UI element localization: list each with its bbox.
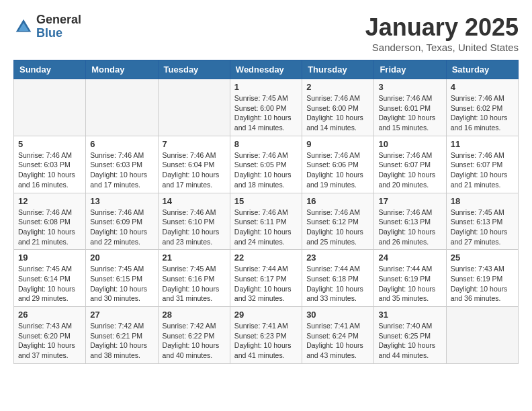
- day-info: Sunrise: 7:42 AM Sunset: 6:21 PM Dayligh…: [90, 321, 153, 361]
- calendar-day-cell: 27Sunrise: 7:42 AM Sunset: 6:21 PM Dayli…: [86, 307, 158, 364]
- day-info: Sunrise: 7:45 AM Sunset: 6:13 PM Dayligh…: [451, 208, 514, 247]
- calendar-week-row: 12Sunrise: 7:46 AM Sunset: 6:08 PM Dayli…: [14, 193, 519, 250]
- day-number: 30: [306, 310, 369, 320]
- day-info: Sunrise: 7:44 AM Sunset: 6:18 PM Dayligh…: [306, 264, 369, 304]
- day-of-week-header: Tuesday: [158, 60, 230, 79]
- day-info: Sunrise: 7:46 AM Sunset: 6:02 PM Dayligh…: [451, 93, 514, 133]
- logo-blue-text: Blue: [36, 26, 62, 40]
- day-number: 10: [378, 139, 441, 149]
- day-number: 18: [451, 196, 514, 206]
- calendar-day-cell: 20Sunrise: 7:45 AM Sunset: 6:15 PM Dayli…: [86, 250, 158, 307]
- calendar-day-cell: 14Sunrise: 7:46 AM Sunset: 6:10 PM Dayli…: [158, 193, 230, 250]
- day-info: Sunrise: 7:41 AM Sunset: 6:23 PM Dayligh…: [234, 321, 298, 361]
- calendar-day-cell: 15Sunrise: 7:46 AM Sunset: 6:11 PM Dayli…: [230, 193, 302, 250]
- calendar-week-row: 1Sunrise: 7:45 AM Sunset: 6:00 PM Daylig…: [14, 79, 519, 136]
- calendar-week-row: 19Sunrise: 7:45 AM Sunset: 6:14 PM Dayli…: [14, 250, 519, 307]
- day-info: Sunrise: 7:46 AM Sunset: 6:07 PM Dayligh…: [378, 150, 441, 190]
- day-info: Sunrise: 7:46 AM Sunset: 6:06 PM Dayligh…: [306, 150, 369, 190]
- day-info: Sunrise: 7:46 AM Sunset: 6:01 PM Dayligh…: [378, 93, 441, 133]
- calendar-table: SundayMondayTuesdayWednesdayThursdayFrid…: [13, 60, 519, 364]
- day-info: Sunrise: 7:43 AM Sunset: 6:19 PM Dayligh…: [451, 264, 514, 304]
- calendar-day-cell: 25Sunrise: 7:43 AM Sunset: 6:19 PM Dayli…: [446, 250, 518, 307]
- calendar-week-row: 5Sunrise: 7:46 AM Sunset: 6:03 PM Daylig…: [14, 136, 519, 193]
- calendar-day-cell: 17Sunrise: 7:46 AM Sunset: 6:13 PM Dayli…: [374, 193, 446, 250]
- title-block: January 2025 Sanderson, Texas, United St…: [365, 13, 519, 53]
- day-number: 6: [90, 139, 153, 149]
- day-number: 19: [18, 253, 81, 263]
- day-number: 12: [18, 196, 81, 206]
- calendar-day-cell: 3Sunrise: 7:46 AM Sunset: 6:01 PM Daylig…: [374, 79, 446, 136]
- calendar-day-cell: 28Sunrise: 7:42 AM Sunset: 6:22 PM Dayli…: [158, 307, 230, 364]
- day-of-week-header: Saturday: [446, 60, 518, 79]
- day-info: Sunrise: 7:45 AM Sunset: 6:15 PM Dayligh…: [90, 264, 153, 304]
- day-info: Sunrise: 7:45 AM Sunset: 6:00 PM Dayligh…: [234, 93, 298, 133]
- day-of-week-header: Monday: [86, 60, 158, 79]
- day-info: Sunrise: 7:46 AM Sunset: 6:10 PM Dayligh…: [163, 208, 226, 247]
- day-info: Sunrise: 7:46 AM Sunset: 6:05 PM Dayligh…: [234, 150, 298, 190]
- page-header: General Blue January 2025 Sanderson, Tex…: [13, 13, 519, 53]
- day-info: Sunrise: 7:46 AM Sunset: 6:09 PM Dayligh…: [90, 208, 153, 247]
- logo-general-text: General: [36, 13, 81, 26]
- day-of-week-header: Friday: [374, 60, 446, 79]
- calendar-day-cell: 13Sunrise: 7:46 AM Sunset: 6:09 PM Dayli…: [86, 193, 158, 250]
- day-info: Sunrise: 7:46 AM Sunset: 6:03 PM Dayligh…: [90, 150, 153, 190]
- calendar-subtitle: Sanderson, Texas, United States: [365, 42, 519, 53]
- day-number: 16: [306, 196, 369, 206]
- day-number: 13: [90, 196, 153, 206]
- day-info: Sunrise: 7:44 AM Sunset: 6:17 PM Dayligh…: [234, 264, 298, 304]
- day-info: Sunrise: 7:45 AM Sunset: 6:16 PM Dayligh…: [163, 264, 226, 304]
- day-number: 27: [90, 310, 153, 320]
- day-of-week-header: Wednesday: [230, 60, 302, 79]
- calendar-day-cell: [446, 307, 518, 364]
- calendar-day-cell: 9Sunrise: 7:46 AM Sunset: 6:06 PM Daylig…: [302, 136, 374, 193]
- calendar-day-cell: [86, 79, 158, 136]
- calendar-day-cell: 19Sunrise: 7:45 AM Sunset: 6:14 PM Dayli…: [14, 250, 86, 307]
- calendar-day-cell: 4Sunrise: 7:46 AM Sunset: 6:02 PM Daylig…: [446, 79, 518, 136]
- calendar-day-cell: 31Sunrise: 7:40 AM Sunset: 6:25 PM Dayli…: [374, 307, 446, 364]
- calendar-day-cell: 21Sunrise: 7:45 AM Sunset: 6:16 PM Dayli…: [158, 250, 230, 307]
- calendar-day-cell: 7Sunrise: 7:46 AM Sunset: 6:04 PM Daylig…: [158, 136, 230, 193]
- day-number: 29: [234, 310, 298, 320]
- day-number: 3: [378, 82, 441, 92]
- calendar-day-cell: [14, 79, 86, 136]
- day-of-week-header: Sunday: [14, 60, 86, 79]
- day-number: 1: [234, 82, 298, 92]
- calendar-day-cell: 11Sunrise: 7:46 AM Sunset: 6:07 PM Dayli…: [446, 136, 518, 193]
- calendar-day-cell: 12Sunrise: 7:46 AM Sunset: 6:08 PM Dayli…: [14, 193, 86, 250]
- logo-icon: [13, 17, 34, 37]
- day-number: 8: [234, 139, 298, 149]
- day-info: Sunrise: 7:43 AM Sunset: 6:20 PM Dayligh…: [18, 321, 81, 361]
- calendar-day-cell: 1Sunrise: 7:45 AM Sunset: 6:00 PM Daylig…: [230, 79, 302, 136]
- day-info: Sunrise: 7:46 AM Sunset: 6:00 PM Dayligh…: [306, 93, 369, 133]
- day-number: 22: [234, 253, 298, 263]
- calendar-title: January 2025: [365, 13, 519, 42]
- day-number: 24: [378, 253, 441, 263]
- day-info: Sunrise: 7:46 AM Sunset: 6:11 PM Dayligh…: [234, 208, 298, 247]
- day-number: 7: [163, 139, 226, 149]
- day-info: Sunrise: 7:45 AM Sunset: 6:14 PM Dayligh…: [18, 264, 81, 304]
- day-info: Sunrise: 7:40 AM Sunset: 6:25 PM Dayligh…: [378, 321, 441, 361]
- calendar-day-cell: 26Sunrise: 7:43 AM Sunset: 6:20 PM Dayli…: [14, 307, 86, 364]
- day-info: Sunrise: 7:41 AM Sunset: 6:24 PM Dayligh…: [306, 321, 369, 361]
- day-info: Sunrise: 7:46 AM Sunset: 6:03 PM Dayligh…: [18, 150, 81, 190]
- day-number: 28: [163, 310, 226, 320]
- day-number: 31: [378, 310, 441, 320]
- day-info: Sunrise: 7:46 AM Sunset: 6:12 PM Dayligh…: [306, 208, 369, 247]
- calendar-day-cell: 8Sunrise: 7:46 AM Sunset: 6:05 PM Daylig…: [230, 136, 302, 193]
- calendar-header: SundayMondayTuesdayWednesdayThursdayFrid…: [14, 60, 519, 79]
- day-number: 17: [378, 196, 441, 206]
- calendar-week-row: 26Sunrise: 7:43 AM Sunset: 6:20 PM Dayli…: [14, 307, 519, 364]
- day-of-week-header: Thursday: [302, 60, 374, 79]
- day-number: 5: [18, 139, 81, 149]
- calendar-day-cell: 16Sunrise: 7:46 AM Sunset: 6:12 PM Dayli…: [302, 193, 374, 250]
- logo: General Blue: [13, 13, 81, 40]
- calendar-day-cell: 30Sunrise: 7:41 AM Sunset: 6:24 PM Dayli…: [302, 307, 374, 364]
- calendar-day-cell: 2Sunrise: 7:46 AM Sunset: 6:00 PM Daylig…: [302, 79, 374, 136]
- day-number: 26: [18, 310, 81, 320]
- day-number: 23: [306, 253, 369, 263]
- day-number: 15: [234, 196, 298, 206]
- day-number: 20: [90, 253, 153, 263]
- calendar-day-cell: [158, 79, 230, 136]
- calendar-day-cell: 23Sunrise: 7:44 AM Sunset: 6:18 PM Dayli…: [302, 250, 374, 307]
- calendar-day-cell: 24Sunrise: 7:44 AM Sunset: 6:19 PM Dayli…: [374, 250, 446, 307]
